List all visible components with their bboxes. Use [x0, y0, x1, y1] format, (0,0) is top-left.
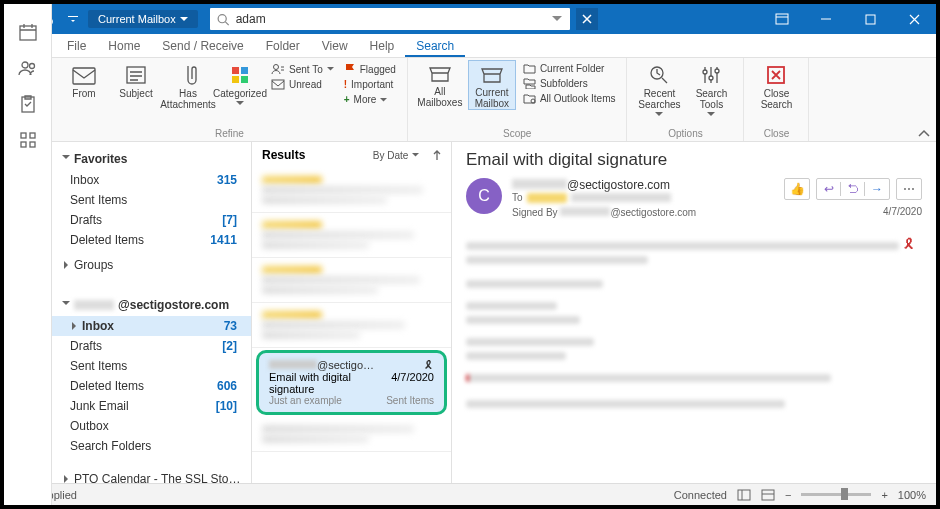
nav-outbox[interactable]: Outbox [52, 416, 251, 436]
has-attachments-button[interactable]: Has Attachments [164, 60, 212, 110]
svg-rect-26 [738, 490, 750, 500]
mail-icon[interactable] [16, 0, 40, 8]
svg-rect-1 [776, 14, 788, 24]
forward-button[interactable]: → [865, 182, 889, 196]
view-normal-icon[interactable] [737, 489, 751, 501]
list-item[interactable] [252, 303, 451, 348]
tab-folder[interactable]: Folder [255, 35, 311, 57]
reply-actions: ↩ ⮌ → [816, 178, 890, 200]
outlook-window: Current Mailbox File Home Send / Receive… [0, 0, 940, 509]
ribbon-tabs: File Home Send / Receive Folder View Hel… [4, 34, 936, 58]
signed-badge-icon: 🎗 [423, 359, 434, 371]
tab-help[interactable]: Help [359, 35, 406, 57]
svg-rect-15 [241, 67, 248, 74]
svg-rect-16 [232, 76, 239, 83]
all-outlook-items-button[interactable]: All Outlook Items [520, 92, 619, 105]
tab-file[interactable]: File [56, 35, 97, 57]
from-button[interactable]: From [60, 60, 108, 99]
list-item[interactable] [252, 213, 451, 258]
like-button[interactable]: 👍 [784, 178, 810, 200]
search-clear-button[interactable] [576, 8, 598, 30]
calendar-icon[interactable] [16, 20, 40, 44]
signature-ribbon-icon[interactable]: 🎗 [902, 236, 916, 252]
zoom-slider[interactable] [801, 493, 871, 496]
ribbon-display-button[interactable] [760, 4, 804, 34]
all-mailboxes-button[interactable]: All Mailboxes [416, 60, 464, 108]
tab-view[interactable]: View [311, 35, 359, 57]
tasks-icon[interactable] [16, 92, 40, 116]
zoom-out-icon[interactable]: − [785, 489, 791, 501]
nav-fav-drafts[interactable]: Drafts[7] [52, 210, 251, 230]
svg-rect-8 [21, 133, 26, 138]
nav-deleted-items[interactable]: Deleted Items606 [52, 376, 251, 396]
close-button[interactable] [892, 4, 936, 34]
flagged-button[interactable]: Flagged [341, 62, 399, 76]
list-item[interactable] [252, 258, 451, 303]
reply-button[interactable]: ↩ [817, 182, 841, 196]
tab-send-receive[interactable]: Send / Receive [151, 35, 254, 57]
message-body [466, 236, 922, 414]
zoom-in-icon[interactable]: + [881, 489, 887, 501]
nav-inbox[interactable]: Inbox73 [52, 316, 251, 336]
subfolders-button[interactable]: Subfolders [520, 77, 619, 90]
reply-all-button[interactable]: ⮌ [841, 182, 865, 196]
tab-home[interactable]: Home [97, 35, 151, 57]
sort-by-date[interactable]: By Date [373, 150, 441, 161]
account-header[interactable]: @sectigostore.com [52, 294, 251, 316]
nav-junk[interactable]: Junk Email[10] [52, 396, 251, 416]
svg-rect-11 [30, 142, 35, 147]
unread-button[interactable]: Unread [268, 78, 337, 91]
nav-search-folders[interactable]: Search Folders [52, 436, 251, 456]
list-item[interactable] [252, 417, 451, 452]
qat-overflow-icon[interactable] [62, 8, 84, 30]
search-input[interactable] [230, 12, 550, 26]
current-mailbox-button[interactable]: Current Mailbox [468, 60, 516, 110]
status-bar: Filter applied Connected − + 100% [4, 483, 936, 505]
refine-group-label: Refine [60, 126, 399, 141]
nav-sent-items[interactable]: Sent Items [52, 356, 251, 376]
minimize-button[interactable] [804, 4, 848, 34]
svg-rect-4 [20, 26, 36, 40]
more-button[interactable]: +More [341, 93, 399, 106]
collapse-ribbon-icon[interactable] [918, 129, 930, 139]
groups-header[interactable]: Groups [52, 254, 251, 276]
more-actions-button[interactable]: ⋯ [896, 178, 922, 200]
list-item[interactable] [252, 168, 451, 213]
svg-rect-10 [21, 142, 26, 147]
more-apps-icon[interactable] [16, 128, 40, 152]
important-button[interactable]: !Important [341, 78, 399, 91]
favorites-header[interactable]: Favorites [52, 148, 251, 170]
message-date: 4/7/2020 [883, 206, 922, 217]
tab-search[interactable]: Search [405, 35, 465, 57]
scope-group-label: Scope [416, 126, 619, 141]
search-box[interactable] [210, 8, 570, 30]
status-connected: Connected [674, 489, 727, 501]
nav-fav-inbox[interactable]: Inbox315 [52, 170, 251, 190]
svg-rect-14 [232, 67, 239, 74]
svg-point-6 [29, 64, 34, 69]
nav-fav-sent[interactable]: Sent Items [52, 190, 251, 210]
subject-button[interactable]: Subject [112, 60, 160, 99]
categorized-button[interactable]: Categorized [216, 60, 264, 106]
list-item-selected[interactable]: @sectigo…🎗 Email with digital signature4… [256, 350, 447, 415]
svg-point-18 [274, 65, 279, 70]
search-context-dropdown[interactable]: Current Mailbox [88, 10, 198, 28]
recent-searches-button[interactable]: Recent Searches [635, 60, 683, 117]
current-folder-button[interactable]: Current Folder [520, 62, 619, 75]
pto-calendar-header[interactable]: PTO Calendar - The SSL Sto… [52, 468, 251, 483]
people-icon[interactable] [16, 56, 40, 80]
svg-point-5 [22, 62, 28, 68]
maximize-button[interactable] [848, 4, 892, 34]
view-reading-icon[interactable] [761, 489, 775, 501]
zoom-value: 100% [898, 489, 926, 501]
search-tools-button[interactable]: Search Tools [687, 60, 735, 117]
avatar: C [466, 178, 502, 214]
nav-drafts[interactable]: Drafts[2] [52, 336, 251, 356]
nav-fav-deleted[interactable]: Deleted Items1411 [52, 230, 251, 250]
sent-to-button[interactable]: Sent To [268, 62, 337, 76]
folder-nav: Favorites Inbox315 Sent Items Drafts[7] … [52, 142, 252, 483]
options-group-label: Options [635, 126, 735, 141]
titlebar: Current Mailbox [4, 4, 936, 34]
search-dropdown-icon[interactable] [550, 14, 564, 24]
close-search-button[interactable]: Close Search [752, 60, 800, 110]
